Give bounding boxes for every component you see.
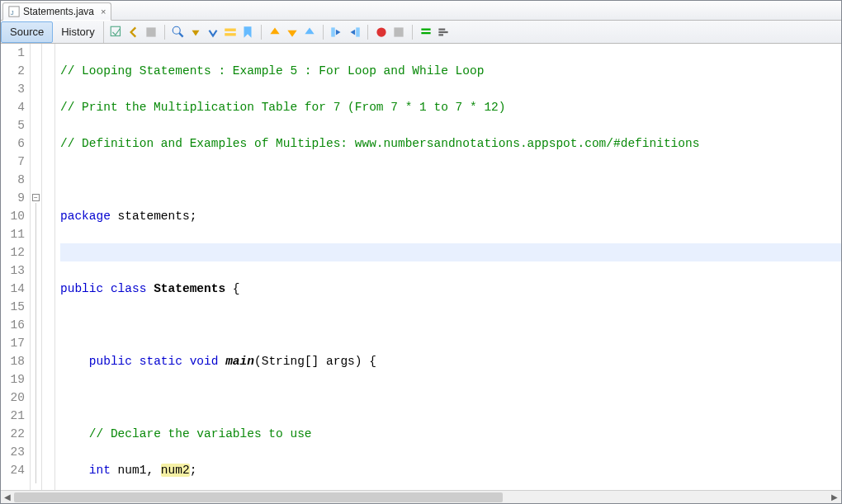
code-token: // Looping Statements : Example 5 : For … [60,64,484,78]
toolbar-separator [367,25,368,40]
code-editor: 1 2 3 4 5 6 7 8 9 10 11 12 13 14 15 16 1… [1,44,841,490]
line-number: 24 [1,461,30,479]
line-number-gutter: 1 2 3 4 5 6 7 8 9 10 11 12 13 14 15 16 1… [1,44,31,490]
line-number: 2 [1,62,30,80]
line-number: 4 [1,98,30,116]
line-number: 21 [1,407,30,425]
scroll-right-icon[interactable]: ▶ [828,492,841,502]
error-gutter [42,44,55,490]
toolbar-separator [164,25,165,40]
code-token: (String[] args) { [254,355,376,368]
toggle-bookmark-icon[interactable] [240,25,255,40]
svg-rect-3 [146,27,155,36]
find-prev-icon[interactable] [188,25,203,40]
code-token: num2 [161,464,190,477]
scrollbar-thumb[interactable] [14,492,503,502]
scroll-left-icon[interactable]: ◀ [1,492,14,502]
toolbar-separator [323,25,324,40]
code-token: static [140,355,182,368]
line-number: 6 [1,134,30,153]
line-number: 5 [1,116,30,134]
shift-left-icon[interactable] [329,25,344,40]
file-tab-statements[interactable]: J Statements.java × [2,2,111,21]
line-number: 23 [1,443,30,461]
file-tab-label: Statements.java [23,6,94,17]
fold-gutter: − [31,44,42,490]
line-number: 10 [1,207,30,225]
line-number: 17 [1,334,30,352]
scrollbar-track[interactable] [14,492,828,503]
editor-toolbar: Source History [1,21,841,44]
svg-point-10 [376,27,386,36]
comment-icon[interactable] [419,25,433,40]
history-tab-button[interactable]: History [53,21,103,43]
svg-rect-11 [394,27,403,36]
line-number: 19 [1,370,30,389]
code-token: Statements [154,282,225,295]
back-icon[interactable] [126,25,141,40]
line-number: 16 [1,316,30,334]
line-number: 20 [1,389,30,407]
code-token: class [111,282,147,295]
line-number: 9 [1,189,30,207]
code-token: statements; [111,210,196,223]
svg-point-4 [173,26,180,34]
svg-rect-7 [225,33,236,35]
shift-right-icon[interactable] [347,25,362,40]
fold-guide-line [35,203,36,483]
code-token: package [60,210,111,223]
toggle-highlight-icon[interactable] [223,25,238,40]
svg-line-5 [179,33,183,37]
java-file-icon: J [8,6,20,17]
svg-rect-8 [331,27,335,36]
source-tab-button[interactable]: Source [1,21,53,43]
line-number: 13 [1,261,30,280]
code-token: // Definition and Examples of Multiples:… [60,137,699,150]
line-number: 12 [1,243,30,261]
code-token: // Print the Multiplication Table for 7 … [60,101,506,114]
line-number: 22 [1,425,30,443]
forward-icon[interactable] [144,25,158,40]
line-number: 15 [1,298,30,316]
line-number: 8 [1,171,30,189]
macro-stop-icon[interactable] [391,25,406,40]
code-token: void [190,355,219,368]
tab-bar: J Statements.java × [1,1,841,21]
uncomment-icon[interactable] [436,25,451,40]
code-token: main [225,355,254,368]
line-number: 14 [1,280,30,298]
toolbar-icon-group [104,25,451,40]
code-token: int [89,464,111,477]
toolbar-separator [412,25,413,40]
code-token: // Declare the variables to use [89,427,312,440]
code-token: ; [190,464,197,477]
last-edit-icon[interactable] [109,25,124,40]
svg-rect-6 [225,28,236,31]
svg-rect-9 [356,27,360,36]
horizontal-scrollbar[interactable]: ◀ ▶ [1,490,841,503]
line-number: 3 [1,80,30,98]
find-next-icon[interactable] [206,25,220,40]
line-number: 1 [1,44,30,62]
next-bookmark-icon[interactable] [285,25,300,40]
code-token: { [225,282,239,295]
fold-toggle-icon[interactable]: − [32,194,40,201]
code-text-area[interactable]: // Looping Statements : Example 5 : For … [55,44,841,490]
prev-bookmark-icon[interactable] [267,25,282,40]
line-number: 18 [1,352,30,370]
code-token: public [89,355,132,368]
svg-text:J: J [11,9,14,16]
close-tab-icon[interactable]: × [101,7,106,16]
line-number: 11 [1,225,30,243]
code-token: public [60,282,103,295]
toolbar-separator [261,25,262,40]
macro-record-icon[interactable] [374,25,389,40]
find-selection-icon[interactable] [171,25,186,40]
prev-error-icon[interactable] [302,25,317,40]
line-number: 7 [1,153,30,171]
code-token: num1, [111,464,161,477]
